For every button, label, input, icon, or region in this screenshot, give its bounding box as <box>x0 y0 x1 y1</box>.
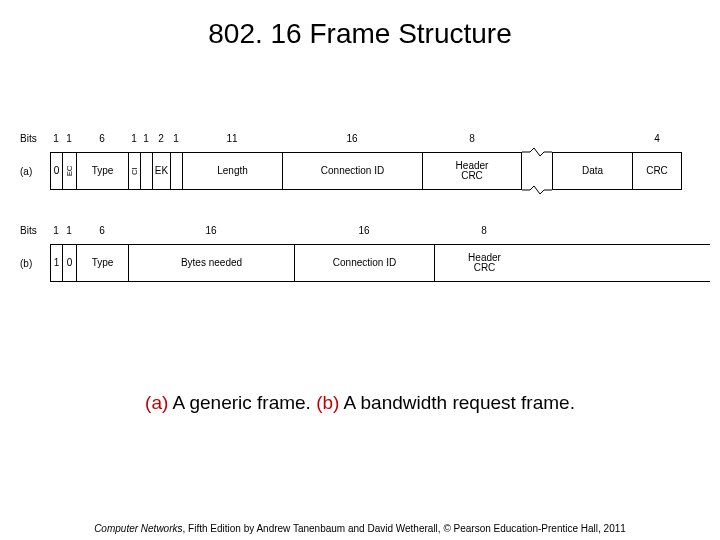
break-a <box>522 152 552 190</box>
bit-b-5: 8 <box>434 225 534 236</box>
zig-icon-bot <box>522 185 552 195</box>
bit-b-0: 1 <box>50 225 62 236</box>
cell-a-crc: CRC <box>632 152 682 190</box>
bits-label-b: Bits <box>20 225 50 236</box>
bit-b-3: 16 <box>128 225 294 236</box>
cell-b-hcrc: Header CRC <box>434 244 534 282</box>
caption: (a) A generic frame. (b) A bandwidth req… <box>0 392 720 414</box>
footer-rest: , Fifth Edition by Andrew Tanenbaum and … <box>183 523 626 534</box>
cell-a-blank1 <box>140 152 152 190</box>
bits-label-a: Bits <box>20 133 50 144</box>
row-label-a: (a) <box>20 152 50 190</box>
caption-a-text: A generic frame. <box>168 392 316 413</box>
cell-a-ec-text: EC <box>66 166 74 176</box>
bit-a-0: 1 <box>50 133 62 144</box>
bit-a-8: 16 <box>282 133 422 144</box>
footer: Computer Networks, Fifth Edition by Andr… <box>0 523 720 534</box>
bit-a-6: 1 <box>170 133 182 144</box>
bit-a-7: 11 <box>182 133 282 144</box>
frame-row-a: (a) 0 EC Type CI EK Length Connection ID… <box>20 152 710 190</box>
bit-a-12: 4 <box>632 133 682 144</box>
cell-b-bytes: Bytes needed <box>128 244 294 282</box>
bit-b-2: 6 <box>76 225 128 236</box>
footer-book: Computer Networks <box>94 523 182 534</box>
caption-a-label: (a) <box>145 392 168 413</box>
cell-a-connid: Connection ID <box>282 152 422 190</box>
bit-b-4: 16 <box>294 225 434 236</box>
cell-a-ci: CI <box>128 152 140 190</box>
cell-b-1: 0 <box>62 244 76 282</box>
cell-a-ec: EC <box>62 152 76 190</box>
bit-a-3: 1 <box>128 133 140 144</box>
cell-b-connid: Connection ID <box>294 244 434 282</box>
cell-a-ci-text: CI <box>131 168 139 175</box>
cell-a-type: Type <box>76 152 128 190</box>
bits-row-a: Bits 1 1 6 1 1 2 1 11 16 8 4 <box>20 130 710 144</box>
cell-b-0: 1 <box>50 244 62 282</box>
bit-a-1: 1 <box>62 133 76 144</box>
cell-a-blank2 <box>170 152 182 190</box>
bit-b-1: 1 <box>62 225 76 236</box>
frame-diagram: Bits 1 1 6 1 1 2 1 11 16 8 4 (a) 0 EC Ty… <box>20 130 710 282</box>
frame-row-b: (b) 1 0 Type Bytes needed Connection ID … <box>20 244 710 282</box>
bit-a-4: 1 <box>140 133 152 144</box>
bit-a-5: 2 <box>152 133 170 144</box>
bits-row-b: Bits 1 1 6 16 16 8 <box>20 222 710 236</box>
cell-b-tail <box>534 244 710 282</box>
page-title: 802. 16 Frame Structure <box>0 18 720 50</box>
cell-a-length: Length <box>182 152 282 190</box>
zig-icon-top <box>522 147 552 157</box>
cell-a-data: Data <box>552 152 632 190</box>
bit-a-9: 8 <box>422 133 522 144</box>
caption-b-label: (b) <box>316 392 339 413</box>
cell-b-type: Type <box>76 244 128 282</box>
bit-a-2: 6 <box>76 133 128 144</box>
row-label-b: (b) <box>20 244 50 282</box>
cell-a-ek: EK <box>152 152 170 190</box>
caption-b-text: A bandwidth request frame. <box>339 392 575 413</box>
cell-a-0: 0 <box>50 152 62 190</box>
cell-a-hcrc: Header CRC <box>422 152 522 190</box>
